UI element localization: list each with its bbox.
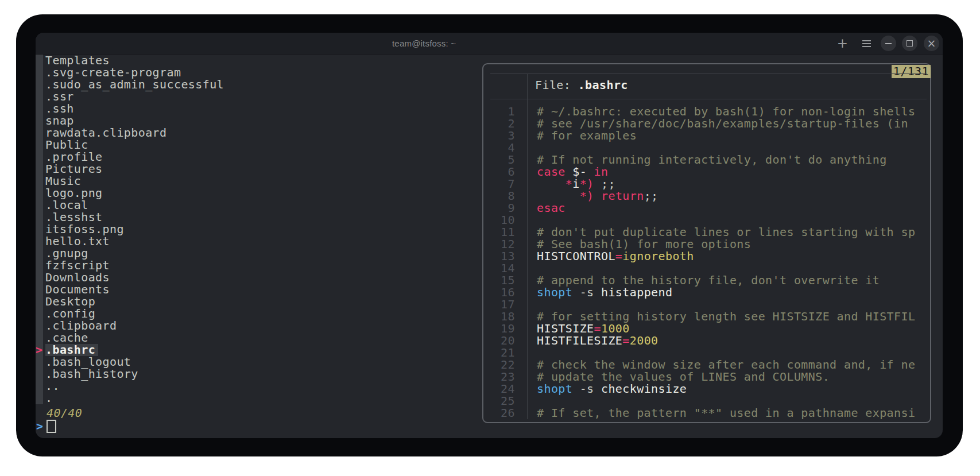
list-item[interactable]: .lesshst [36,211,224,223]
code-text [515,142,537,154]
file-name-header: .bashrc [578,78,628,92]
plus-icon: + [837,36,848,51]
maximize-button[interactable] [902,36,917,51]
minimize-button[interactable] [881,36,896,51]
code-line: 24shopt -s checkwinsize [483,383,930,395]
code-line: 1# ~/.bashrc: executed by bash(1) for no… [483,106,930,118]
titlebar[interactable]: team@itsfoss: ~ + × [36,33,943,55]
code-text: # for setting history length see HISTSIZ… [515,311,915,323]
list-item[interactable]: .. [36,380,224,392]
list-item[interactable]: .ssh [36,103,224,115]
screenshot-canvas: team@itsfoss: ~ + × Templates.svg-cr [0,0,980,476]
code-text: # check the window size after each comma… [515,359,915,371]
list-item[interactable]: snap [36,115,224,127]
list-item[interactable]: .profile [36,151,224,163]
code-text [515,347,537,359]
line-number: 23 [483,371,515,383]
list-item[interactable]: logo.png [36,187,224,199]
grid-line-header [490,99,927,99]
file-name: Music [45,175,81,187]
file-name: logo.png [45,187,103,199]
fzf-file-list: Templates.svg-create-program.sudo_as_adm… [36,55,224,404]
file-name: .config [45,308,95,320]
file-name: .profile [45,151,103,163]
code-text: *i*) ;; [515,178,615,190]
list-item[interactable]: .cache [36,332,224,344]
code-line: 16shopt -s histappend [483,287,930,299]
code-text: HISTCONTROL=ignoreboth [515,250,694,262]
line-number: 9 [483,202,515,214]
line-number: 1 [483,106,515,118]
list-item[interactable]: . [36,392,224,404]
line-number: 14 [483,262,515,274]
list-item[interactable]: .local [36,199,224,211]
code-text: shopt -s histappend [515,287,672,299]
list-item[interactable]: .sudo_as_admin_successful [36,79,224,91]
code-line: 20HISTFILESIZE=2000 [483,335,930,347]
code-text: # If set, the pattern "**" used in a pat… [515,407,915,419]
code-line: 10 [483,214,930,226]
file-name: .gnupg [45,247,88,260]
pointer-icon: > [36,344,45,356]
list-item[interactable]: Desktop [36,296,224,308]
list-item[interactable]: .ssr [36,91,224,103]
list-item[interactable]: .bash_logout [36,356,224,368]
match-counter: 40/40 [47,407,82,419]
line-number: 26 [483,407,515,419]
line-number: 11 [483,226,515,238]
code-line: 5# If not running interactively, don't d… [483,154,930,166]
code-text: # append to the history file, don't over… [515,274,880,287]
list-item[interactable]: itsfoss.png [36,223,224,235]
file-name: rawdata.clipboard [45,127,167,139]
file-name: .clipboard [45,320,117,332]
list-item[interactable]: Pictures [36,163,224,175]
code-line: 19HISTSIZE=1000 [483,323,930,335]
code-text: case $- in [515,166,608,178]
code-line: 9esac [483,202,930,214]
list-item[interactable]: Music [36,175,224,187]
menu-button[interactable] [859,36,874,51]
close-button[interactable]: × [924,36,939,51]
list-item[interactable]: .gnupg [36,247,224,260]
line-number: 5 [483,154,515,166]
file-name: .local [45,199,88,211]
code-line: 6case $- in [483,166,930,178]
list-item[interactable]: .svg-create-program [36,67,224,79]
line-number: 10 [483,214,515,226]
code-line: 7 *i*) ;; [483,178,930,190]
file-name: . [45,392,52,404]
file-name: Public [45,139,88,151]
file-name: Documents [45,284,110,296]
list-item[interactable]: Downloads [36,272,224,284]
list-item[interactable]: fzfscript [36,260,224,272]
fzf-prompt[interactable]: > [36,420,56,433]
file-name: Downloads [45,272,110,284]
code-line: 15# append to the history file, don't ov… [483,274,930,287]
code-text: # see /usr/share/doc/bash/examples/start… [515,118,908,130]
list-item[interactable]: Templates [36,55,224,67]
code-line: 3# for examples [483,130,930,142]
file-name: .bash_history [45,368,138,380]
code-line: 18# for setting history length see HISTS… [483,311,930,323]
code-line: 23# update the values of LINES and COLUM… [483,371,930,383]
line-number: 21 [483,347,515,359]
new-tab-button[interactable]: + [835,36,850,51]
code-text [515,262,537,274]
list-item[interactable]: .bash_history [36,368,224,380]
list-item[interactable]: Documents [36,284,224,296]
line-number: 6 [483,166,515,178]
line-number: 20 [483,335,515,347]
list-item[interactable]: >.bashrc [36,344,224,356]
list-item[interactable]: .config [36,308,224,320]
list-item[interactable]: .clipboard [36,320,224,332]
list-item[interactable]: rawdata.clipboard [36,127,224,139]
line-number: 12 [483,238,515,250]
list-item[interactable]: hello.txt [36,235,224,247]
minimize-icon [885,43,892,44]
code-line: 17 [483,299,930,311]
screenshot-bezel: team@itsfoss: ~ + × Templates.svg-cr [16,14,963,456]
list-item[interactable]: Public [36,139,224,151]
file-name: .ssr [45,91,74,103]
file-label: File: [535,78,571,92]
file-name: .bashrc [45,344,98,356]
